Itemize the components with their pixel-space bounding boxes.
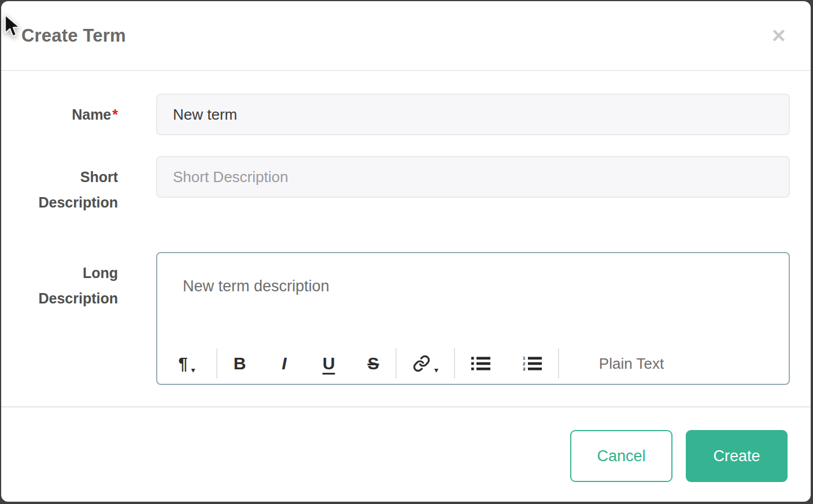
chevron-down-icon: ▾ — [434, 366, 438, 374]
close-icon[interactable]: ✕ — [768, 24, 789, 47]
long-description-label: Long Description — [1, 252, 118, 311]
modal-title: Create Term — [21, 25, 126, 46]
underline-button[interactable]: U — [306, 346, 351, 381]
link-button[interactable]: ▾ — [397, 346, 454, 381]
svg-text:2: 2 — [523, 361, 526, 366]
italic-button[interactable]: I — [262, 346, 306, 381]
name-input[interactable] — [156, 94, 790, 135]
plain-text-mode-label: Plain Text — [599, 355, 664, 373]
editor-toolbar: ¶ ▾ B I U S — [157, 346, 789, 384]
svg-text:1: 1 — [523, 355, 526, 361]
cancel-button[interactable]: Cancel — [570, 430, 672, 482]
name-label: Name* — [1, 94, 118, 127]
strikethrough-button[interactable]: S — [351, 346, 396, 381]
short-description-label: Short Description — [1, 156, 118, 215]
bold-icon: B — [234, 355, 246, 372]
strikethrough-icon: S — [367, 355, 379, 372]
modal-header: Create Term ✕ — [1, 1, 811, 71]
rich-text-editor: New term description ¶ ▾ B I — [156, 252, 790, 385]
bullet-list-icon — [471, 355, 492, 372]
bullet-list-button[interactable] — [455, 346, 507, 381]
paragraph-style-button[interactable]: ¶ ▾ — [157, 346, 216, 381]
name-row: Name* — [1, 94, 790, 135]
name-field-wrap — [156, 94, 790, 135]
create-button[interactable]: Create — [686, 430, 788, 482]
ordered-list-icon: 1 2 3 — [522, 355, 543, 372]
paragraph-icon: ¶ — [178, 355, 187, 372]
plain-text-mode-button[interactable]: Plain Text — [559, 346, 704, 381]
chevron-down-icon: ▾ — [191, 366, 195, 374]
name-label-text: Name — [72, 106, 111, 123]
bold-button[interactable]: B — [217, 346, 262, 381]
create-term-modal: Create Term ✕ Name* Short Description Lo… — [1, 1, 811, 502]
short-description-input[interactable] — [156, 156, 790, 198]
modal-footer: Cancel Create — [1, 406, 811, 502]
modal-body: Name* Short Description Long Description… — [1, 71, 811, 406]
italic-icon: I — [282, 355, 286, 372]
long-description-input[interactable]: New term description — [157, 253, 789, 346]
long-description-row: Long Description New term description ¶ … — [1, 252, 790, 385]
underline-icon: U — [323, 355, 335, 372]
ordered-list-button[interactable]: 1 2 3 — [507, 346, 558, 381]
svg-text:3: 3 — [523, 366, 526, 372]
short-description-row: Short Description — [1, 156, 790, 215]
short-description-field-wrap — [156, 156, 790, 198]
required-marker: * — [112, 106, 118, 123]
long-description-field-wrap: New term description ¶ ▾ B I — [156, 252, 790, 385]
link-icon — [412, 354, 431, 373]
